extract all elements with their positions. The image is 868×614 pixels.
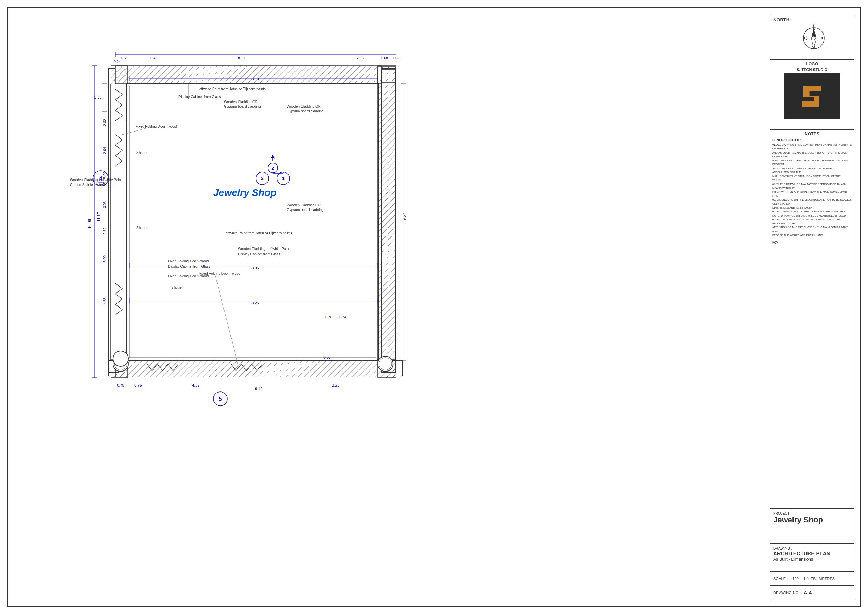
svg-text:9.10: 9.10	[255, 387, 262, 391]
svg-rect-65	[111, 66, 128, 84]
notes-text: 01. ALL DRAWINGS AND COPIES THEREOF ARE …	[772, 143, 852, 237]
svg-text:Fixed Folding Door -  wood: Fixed Folding Door - wood	[199, 272, 240, 275]
svg-text:9.57: 9.57	[402, 213, 406, 221]
svg-text:3.00: 3.00	[103, 255, 107, 263]
svg-text:1.65: 1.65	[94, 95, 101, 99]
svg-text:10.99: 10.99	[87, 219, 91, 229]
drawing-section: DRAWING : ARCHITECTURE PLAN As Built - D…	[770, 544, 854, 572]
svg-text:Jewelry Shop: Jewelry Shop	[213, 187, 277, 198]
notes-key: key	[772, 240, 852, 244]
svg-text:0.70: 0.70	[325, 315, 332, 319]
svg-text:3: 3	[261, 176, 264, 181]
svg-text:Golden Stainless steel 2 cm: Golden Stainless steel 2 cm	[70, 183, 113, 187]
drawing-no-label: DRAWING NO.:	[773, 591, 800, 595]
project-name: Jewelry Shop	[773, 515, 851, 524]
svg-text:2.72: 2.72	[103, 227, 107, 235]
svg-text:3.03: 3.03	[103, 201, 107, 208]
title-block: NORTH: N	[770, 14, 854, 600]
notes-header: NOTES	[772, 132, 852, 137]
drawing-no-section: DRAWING NO.: A-4	[770, 586, 854, 600]
north-compass: N	[800, 24, 824, 49]
drawing-no-value: A-4	[804, 590, 812, 595]
svg-text:Display Cabinet from Glass: Display Cabinet from Glass	[178, 95, 221, 99]
svg-text:0.68: 0.68	[381, 56, 388, 60]
svg-text:2: 2	[271, 165, 274, 171]
svg-text:Wooden Cladding OR: Wooden Cladding OR	[287, 105, 321, 109]
scale-section: SCALE : 1:100 UNITS : METRES	[770, 572, 854, 586]
notes-general-title: GENERAL NOTES :	[772, 138, 852, 142]
svg-text:Display Cabinet from Glass: Display Cabinet from Glass	[238, 252, 280, 256]
svg-text:2.15: 2.15	[357, 56, 364, 60]
svg-text:Wooden Cladding - offwhite Pai: Wooden Cladding - offwhite Paint	[238, 247, 290, 251]
svg-text:N: N	[813, 24, 814, 26]
units-label: UNITS : METRES	[804, 577, 835, 581]
svg-text:2.32: 2.32	[103, 119, 107, 126]
svg-text:Shutter: Shutter	[136, 151, 148, 155]
svg-text:2.04: 2.04	[103, 147, 107, 154]
svg-text:offwhite Paint  from Jotun or : offwhite Paint from Jotun or Eljzeera pa…	[199, 87, 266, 91]
drawing-name: ARCHITECTURE PLAN	[773, 550, 851, 556]
svg-text:0.75: 0.75	[134, 383, 142, 387]
svg-text:8.19: 8.19	[238, 56, 245, 60]
svg-marker-175	[821, 37, 824, 40]
svg-text:0.24: 0.24	[339, 315, 346, 319]
svg-marker-167	[811, 28, 816, 38]
svg-text:Shutter: Shutter	[171, 286, 183, 289]
svg-point-75	[113, 351, 128, 366]
svg-text:Wooden Cladding OR: Wooden Cladding OR	[287, 203, 321, 207]
svg-text:11.17: 11.17	[96, 212, 101, 222]
svg-text:0.80: 0.80	[324, 356, 330, 359]
svg-text:8.19: 8.19	[251, 77, 259, 81]
project-label: PROJECT :	[773, 511, 851, 515]
svg-text:Gypsum board cladding: Gypsum board cladding	[287, 208, 324, 211]
svg-text:Wooden Cladding OR: Wooden Cladding OR	[224, 100, 258, 104]
svg-point-73	[378, 356, 393, 372]
north-section: NORTH: N	[770, 14, 854, 60]
drawing-label: DRAWING :	[773, 547, 851, 550]
svg-text:Display Cabinet from Glass: Display Cabinet from Glass	[168, 264, 210, 268]
drawing-sub: As Built - Dimensions	[773, 557, 851, 562]
svg-text:Gypsum board cladding: Gypsum board cladding	[287, 109, 324, 113]
studio-name: S. TECH STUDIO	[797, 67, 828, 72]
notes-section: NOTES GENERAL NOTES : 01. ALL DRAWINGS A…	[770, 130, 854, 509]
svg-rect-62	[110, 84, 126, 361]
svg-text:Wooden Cladding - offwhite Pai: Wooden Cladding - offwhite Paint	[70, 178, 122, 182]
svg-text:0.23: 0.23	[394, 56, 400, 60]
svg-text:3.00: 3.00	[103, 171, 107, 179]
svg-text:Shutter: Shutter	[136, 226, 148, 230]
svg-text:8.95: 8.95	[251, 266, 259, 270]
svg-text:0.48: 0.48	[150, 56, 157, 60]
svg-text:Fixed Folding Door -  wood: Fixed Folding Door - wood	[168, 259, 209, 263]
logo-section: LOGO S. TECH STUDIO	[770, 60, 854, 130]
page: 1 2 3 4 5	[0, 0, 868, 614]
svg-text:2.23: 2.23	[332, 383, 339, 387]
svg-rect-63	[378, 67, 395, 361]
project-section: PROJECT : Jewelry Shop	[770, 509, 854, 544]
svg-text:4.85: 4.85	[103, 297, 107, 305]
svg-text:1: 1	[282, 176, 285, 181]
drawing-area: 1 2 3 4 5	[14, 14, 770, 600]
svg-rect-66	[378, 66, 396, 84]
scale-label: SCALE : 1:100	[773, 577, 799, 581]
svg-text:5: 5	[219, 396, 222, 402]
svg-marker-178	[801, 86, 821, 107]
svg-text:4.32: 4.32	[192, 383, 199, 387]
svg-text:offwhite Paint  from Jotun or : offwhite Paint from Jotun or Eljzeera pa…	[226, 231, 292, 235]
svg-text:0.75: 0.75	[117, 383, 124, 387]
scale-text: SCALE : 1:100 UNITS : METRES	[773, 577, 851, 581]
svg-text:0.32: 0.32	[119, 56, 127, 60]
north-label: NORTH:	[773, 17, 791, 22]
svg-text:0.24: 0.24	[114, 60, 121, 64]
svg-text:Gypsum board cladding: Gypsum board cladding	[224, 105, 261, 109]
logo-image	[784, 73, 840, 119]
svg-text:Fixed Folding Door -  wood: Fixed Folding Door - wood	[136, 124, 177, 128]
svg-rect-61	[116, 67, 380, 82]
svg-text:8.25: 8.25	[251, 301, 259, 305]
logo-label: LOGO	[806, 62, 818, 67]
